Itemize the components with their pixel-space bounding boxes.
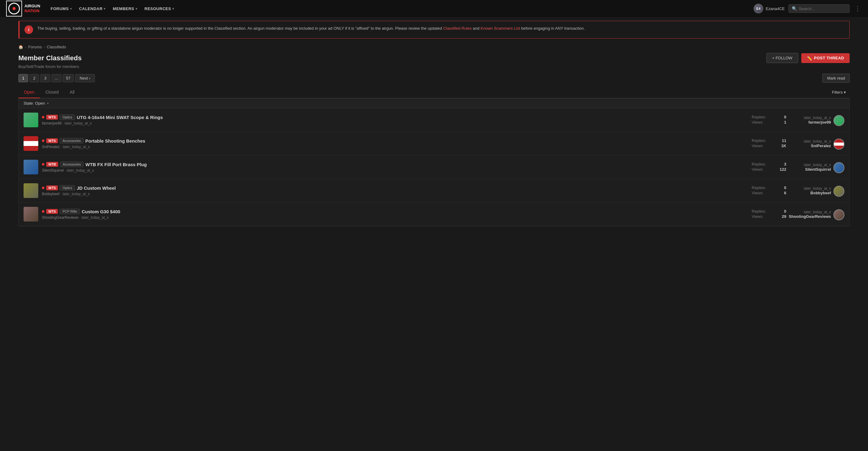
thread-badges: WTS Accessories Portable Shooting Benche… [42, 138, 742, 143]
home-link[interactable]: 🏠 [18, 45, 23, 49]
thread-time: later_today_at_x [67, 168, 94, 172]
last-username[interactable]: SniPeralez [804, 143, 831, 148]
nav-members[interactable]: MEMBERS ▾ [110, 5, 140, 13]
thread-title[interactable]: JD Custom Wheel [77, 185, 116, 191]
user-menu[interactable]: E4 Ezana4CE [753, 4, 785, 13]
page-57-button[interactable]: 57 [63, 74, 74, 82]
page-3-button[interactable]: 3 [40, 74, 50, 82]
last-time: later_today_at_x [804, 139, 831, 143]
replies-stat: Replies: 3 [752, 162, 786, 166]
thread-avatar [24, 136, 38, 151]
tabs-row: Open Closed All Filters ▾ [18, 86, 850, 98]
unread-dot [42, 210, 44, 213]
thread-last: later_today_at_x farmerjoe99 [791, 108, 849, 132]
state-filter-clear[interactable]: × [46, 101, 49, 105]
thread-title[interactable]: UTG 4-16x44 Mini SWAT Scope & Rings [77, 115, 163, 120]
category-badge: PCP Rifle [60, 209, 80, 214]
breadcrumb: 🏠 › Forums › Classifieds [0, 42, 868, 52]
user-name: Ezana4CE [766, 6, 785, 11]
unread-dot [42, 163, 44, 165]
state-filter-label: State: Open [24, 101, 45, 105]
post-thread-button[interactable]: ✏️ POST THREAD [801, 53, 850, 63]
thread-meta: SilentSquirrel · later_today_at_x [42, 168, 742, 172]
follow-button[interactable]: + FOLLOW [766, 53, 798, 63]
logo[interactable]: AIRGUN NATION [6, 1, 40, 17]
state-filter: State: Open × [18, 98, 850, 108]
last-user-row: later_today_at_x SniPeralez [804, 137, 844, 150]
nav-calendar[interactable]: CALENDAR ▾ [76, 5, 108, 13]
author-link[interactable]: Bobbybeef [42, 192, 59, 196]
pagination-row: 1 2 3 ... 57 Next › Mark read [18, 74, 850, 83]
last-poster-info: later_today_at_x SilentSquirrel [804, 161, 844, 173]
avatar: E4 [753, 4, 763, 13]
page-subtitle: Buy/Sell/Trade forum for members [18, 64, 850, 69]
category-badge: Accessories [60, 138, 83, 143]
nav-resources[interactable]: RESOURCES ▾ [142, 5, 177, 13]
search-box[interactable]: 🔍 [788, 4, 850, 13]
thread-stats: Replies: 0 Views: 29 [747, 202, 791, 226]
last-username[interactable]: Bobbybeef [804, 191, 831, 195]
thread-main-col: WTB Accessories WTB FX Fill Port Brass P… [19, 155, 747, 179]
tabs: Open Closed All [18, 86, 80, 98]
thread-main-col: WTS PCP Rifle Custom G30 $400 ShootingGe… [19, 202, 747, 226]
replies-stat: Replies: 0 [752, 115, 786, 119]
last-username[interactable]: ShootingGearReviews [789, 214, 831, 219]
thread-title[interactable]: WTB FX Fill Port Brass Plug [85, 162, 147, 167]
replies-stat: Replies: 0 [752, 209, 786, 214]
chevron-down-icon: ▾ [70, 7, 72, 10]
alert-banner: i The buying, selling, trading, or gifti… [18, 21, 850, 38]
author-link[interactable]: ShootingGearReviews [42, 216, 79, 220]
thread-last: later_today_at_x Bobbybeef [791, 179, 849, 202]
filters-button[interactable]: Filters ▾ [828, 88, 850, 97]
info-icon: i [25, 25, 33, 34]
last-avatar [833, 162, 844, 173]
page-ellipsis: ... [52, 74, 62, 82]
author-link[interactable]: SilentSquirrel [42, 168, 64, 172]
last-avatar [833, 209, 844, 220]
replies-stat: Replies: 0 [752, 185, 786, 190]
forums-link[interactable]: Forums [28, 45, 42, 49]
thread-info: WTB Accessories WTB FX Fill Port Brass P… [42, 162, 742, 172]
breadcrumb-sep: › [43, 45, 45, 49]
last-poster-info: later_today_at_x ShootingGearReviews [789, 208, 844, 220]
last-avatar [833, 115, 844, 126]
last-time: later_today_at_x [804, 163, 831, 167]
classified-rules-link[interactable]: Classified Rules [443, 26, 472, 31]
author-link[interactable]: farmerjoe99 [42, 121, 62, 125]
unread-dot [42, 187, 44, 189]
author-link[interactable]: SniPeralez [42, 145, 60, 149]
classifieds-link[interactable]: Classifieds [47, 45, 66, 49]
nav-right: E4 Ezana4CE 🔍 ⋮ [753, 4, 862, 13]
tab-open[interactable]: Open [18, 87, 40, 98]
more-options-icon[interactable]: ⋮ [853, 4, 862, 13]
mark-read-button[interactable]: Mark read [823, 74, 850, 83]
wts-badge: WTS [46, 138, 58, 143]
known-scammers-link[interactable]: Known Scammers List [480, 26, 520, 31]
thread-last: later_today_at_x ShootingGearReviews [791, 202, 849, 226]
unread-dot [42, 116, 44, 119]
thread-title[interactable]: Custom G30 $400 [82, 209, 120, 214]
main-content: Member Classifieds + FOLLOW ✏️ POST THRE… [0, 52, 868, 239]
nav-items: FORUMS ▾ CALENDAR ▾ MEMBERS ▾ RESOURCES … [48, 5, 746, 13]
page-2-button[interactable]: 2 [29, 74, 39, 82]
last-user-row: later_today_at_x SilentSquirrel [804, 161, 844, 173]
search-input[interactable] [799, 6, 846, 11]
tab-closed[interactable]: Closed [40, 87, 64, 98]
logo-box [6, 1, 22, 17]
tab-all[interactable]: All [64, 87, 80, 98]
pagination: 1 2 3 ... 57 Next › [18, 74, 95, 82]
last-username[interactable]: SilentSquirrel [804, 167, 831, 172]
last-username[interactable]: farmerjoe99 [804, 120, 831, 125]
page-1-button[interactable]: 1 [18, 74, 28, 82]
last-time: later_today_at_x [804, 116, 831, 120]
thread-title[interactable]: Portable Shooting Benches [85, 138, 145, 143]
thread-avatar [24, 207, 38, 222]
next-page-button[interactable]: Next › [75, 74, 95, 82]
thread-stats: Replies: 0 Views: 1 [747, 108, 791, 132]
nav-forums[interactable]: FORUMS ▾ [48, 5, 75, 13]
header-actions: + FOLLOW ✏️ POST THREAD [766, 53, 850, 63]
thread-main-col: WTS Optics JD Custom Wheel Bobbybeef · l… [19, 179, 747, 202]
table-row: WTS Optics UTG 4-16x44 Mini SWAT Scope &… [19, 108, 849, 132]
last-user-row: later_today_at_x Bobbybeef [804, 185, 844, 197]
replies-stat: Replies: 11 [752, 138, 786, 143]
